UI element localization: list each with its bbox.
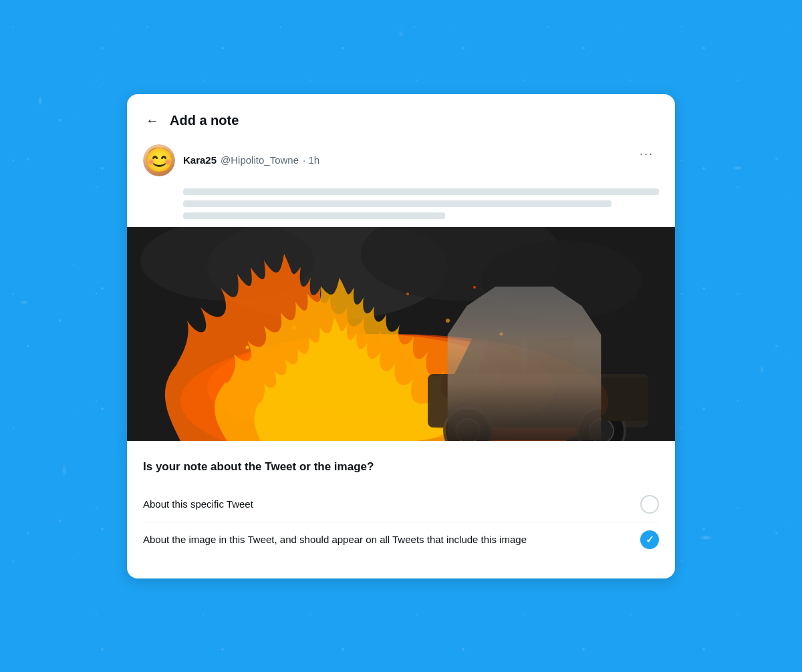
tweet-header: Kara25 @Hipolito_Towne · 1h ··· (143, 144, 659, 183)
svg-point-17 (406, 293, 409, 295)
svg-point-15 (333, 306, 336, 309)
tweet-more-button[interactable]: ··· (634, 144, 659, 164)
tweet-meta: Kara25 @Hipolito_Towne · 1h (143, 144, 319, 176)
svg-point-10 (456, 419, 480, 441)
note-card: Is your note about the Tweet or the imag… (127, 441, 675, 578)
svg-rect-13 (602, 377, 648, 421)
svg-point-19 (473, 286, 476, 289)
option-image-radio[interactable] (640, 530, 659, 549)
option-tweet-label: About this specific Tweet (143, 497, 640, 511)
svg-point-18 (446, 319, 450, 323)
svg-point-20 (500, 332, 503, 335)
tweet-user-info: Kara25 @Hipolito_Towne · 1h (183, 154, 319, 166)
avatar (143, 144, 175, 176)
svg-point-12 (589, 419, 614, 441)
back-icon: ← (146, 113, 159, 128)
text-line-1 (183, 188, 659, 195)
svg-point-3 (481, 240, 642, 321)
svg-point-9 (444, 407, 491, 441)
page-title-row: ← Add a note (143, 108, 659, 144)
tweet-time: · 1h (303, 154, 319, 166)
tweet-image (127, 227, 675, 441)
option-tweet-radio[interactable] (640, 495, 659, 514)
option-image[interactable]: About the image in this Tweet, and shoul… (143, 522, 659, 557)
back-button[interactable]: ← (143, 110, 162, 131)
text-line-2 (183, 200, 612, 207)
page-title: Add a note (170, 113, 239, 128)
tweet-text-placeholder (183, 188, 659, 219)
tweet-handle: @Hipolito_Towne (221, 154, 299, 166)
tweet-user-line: Kara25 @Hipolito_Towne · 1h (183, 154, 319, 166)
option-tweet[interactable]: About this specific Tweet (143, 487, 659, 522)
text-line-3 (183, 212, 445, 219)
avatar-image (143, 144, 175, 176)
tweet-card: ← Add a note Kara25 @Hipolito_Towne · 1h… (127, 94, 675, 441)
option-image-label: About the image in this Tweet, and shoul… (143, 532, 640, 546)
main-wrapper: ← Add a note Kara25 @Hipolito_Towne · 1h… (127, 94, 675, 578)
note-question: Is your note about the Tweet or the imag… (143, 460, 659, 474)
tweet-username: Kara25 (183, 154, 217, 166)
svg-point-16 (246, 345, 249, 349)
tweet-image-container (127, 227, 675, 441)
svg-point-14 (292, 325, 296, 329)
